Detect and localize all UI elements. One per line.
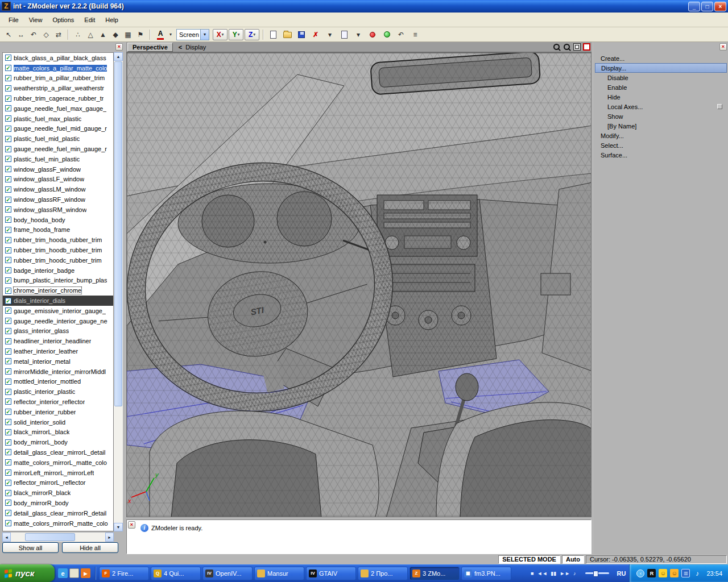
material-list-item[interactable]: ✓ rubber_trim_hoodb_rubber_trim — [3, 245, 113, 255]
volume-slider[interactable] — [585, 572, 609, 574]
material-list-item[interactable]: ✓ bump_plastic_interior_bump_plas — [3, 276, 113, 286]
taskbar-task[interactable]: ▦ fm3.PN... — [461, 567, 511, 580]
material-list-item[interactable]: ✓ gauge_needle_interior_gauge_ne — [3, 316, 113, 326]
smiley-tray-icon[interactable]: ☺ — [659, 569, 667, 577]
visibility-checkbox[interactable]: ✓ — [5, 307, 11, 314]
visibility-checkbox[interactable]: ✓ — [5, 318, 11, 324]
command-menu-item[interactable]: Local Axes... — [595, 102, 727, 111]
material-list-item[interactable]: ✓ body_hooda_body — [3, 215, 113, 225]
visibility-checkbox[interactable]: ✓ — [5, 439, 11, 446]
material-list-item[interactable]: ✓ window_glassF_window — [3, 164, 113, 174]
delete-icon[interactable]: ✗ — [309, 29, 322, 40]
horizontal-scrollbar[interactable]: ◄ ► — [2, 533, 114, 542]
pause-button[interactable]: ▮▮ — [551, 571, 556, 576]
material-list-item[interactable]: ✓ plastic_fuel_mid_plastic — [3, 134, 113, 144]
scrollbar-thumb[interactable] — [114, 61, 122, 406]
visibility-checkbox[interactable]: ✓ — [5, 469, 11, 476]
visibility-checkbox[interactable]: ✓ — [5, 277, 11, 284]
scrollbar-thumb[interactable] — [25, 533, 75, 541]
visibility-checkbox[interactable]: ✓ — [5, 237, 11, 243]
qip-tray-icon[interactable]: ☺ — [670, 569, 679, 577]
minimize-button[interactable]: _ — [688, 2, 700, 11]
visibility-checkbox[interactable]: ✓ — [5, 338, 11, 344]
material-list-item[interactable]: ✓ reflector_mirrorL_reflector — [3, 477, 113, 488]
local-axes-box[interactable] — [717, 104, 722, 109]
visibility-checkbox[interactable]: ✓ — [5, 500, 11, 506]
taskbar-task[interactable]: 2 Про... — [358, 567, 408, 580]
material-list-item[interactable]: ✓ matte_colors_mirrorL_matte_colo — [3, 458, 113, 468]
volume-button[interactable]: ♪ — [573, 571, 576, 576]
command-menu-item[interactable]: Disable — [595, 73, 727, 82]
visibility-checkbox[interactable]: ✓ — [5, 449, 11, 455]
scroll-right-icon[interactable]: ► — [105, 533, 114, 542]
material-list-item[interactable]: ✓ rubber_interior_rubber — [3, 407, 113, 417]
back-button[interactable]: < — [179, 44, 182, 51]
visibility-checkbox[interactable]: ✓ — [5, 379, 11, 385]
command-menu-item[interactable]: Display... — [595, 63, 727, 73]
zoom-region-icon[interactable] — [563, 43, 571, 51]
material-list-item[interactable]: ✓ gauge_needle_fuel_mid_gauge_r — [3, 124, 113, 134]
command-menu-item[interactable]: Show — [595, 111, 727, 121]
viewport-config-icon[interactable] — [583, 43, 590, 51]
internet-explorer-icon[interactable]: e — [58, 568, 68, 578]
chevron-down-icon[interactable]: ▾ — [200, 30, 209, 40]
export-dropdown-icon[interactable]: ▾ — [352, 29, 365, 40]
taskbar-task[interactable]: Z 3 ZMo... — [410, 567, 460, 580]
language-indicator[interactable]: RU — [614, 564, 630, 582]
objects-level-icon[interactable]: ◆ — [109, 29, 122, 40]
uv-level-icon[interactable]: ▦ — [122, 29, 134, 40]
command-menu-item[interactable]: Create... — [595, 53, 727, 63]
visibility-checkbox[interactable]: ✓ — [5, 227, 11, 233]
new-file-icon[interactable] — [267, 29, 279, 40]
visibility-checkbox[interactable]: ✓ — [5, 206, 11, 213]
axis-toggle-button[interactable]: Z▾ — [245, 29, 259, 40]
material-list-item[interactable]: ✓ glass_interior_glass — [3, 326, 113, 336]
material-list-item[interactable]: ✓ gauge_needle_fuel_min_gauge_r — [3, 144, 113, 154]
visibility-checkbox[interactable]: ✓ — [5, 75, 11, 81]
faces-level-icon[interactable]: ▲ — [97, 29, 109, 40]
visibility-checkbox[interactable]: ✓ — [5, 368, 11, 375]
material-list-item[interactable]: ✓ black_mirrorL_black — [3, 427, 113, 437]
visibility-checkbox[interactable]: ✓ — [5, 126, 11, 132]
command-menu-item[interactable]: Select... — [595, 140, 727, 150]
visibility-checkbox[interactable]: ✓ — [5, 95, 11, 102]
command-menu-item[interactable]: Surface... — [595, 150, 727, 160]
hide-icons-chevron[interactable]: ‹ — [636, 569, 644, 577]
visibility-checkbox[interactable]: ✓ — [5, 55, 11, 61]
material-list-item[interactable]: ✓ window_glassRF_window — [3, 194, 113, 205]
visibility-checkbox[interactable]: ✓ — [5, 247, 11, 253]
visibility-checkbox[interactable]: ✓ — [5, 85, 11, 92]
command-menu-item[interactable]: Modify... — [595, 131, 727, 140]
command-menu-item[interactable]: Hide — [595, 92, 727, 102]
move-mode-icon[interactable]: ↔ — [15, 29, 27, 40]
material-list-item[interactable]: ✓ rubber_trim_hoodc_rubber_trim — [3, 255, 113, 265]
material-list-item[interactable]: ✓ rubber_trim_cagerace_rubber_tr — [3, 93, 113, 103]
material-list-item[interactable]: ✓ body_mirrorR_body — [3, 498, 113, 508]
auto-toggle[interactable]: Auto — [562, 555, 584, 564]
export-file-icon[interactable] — [338, 29, 350, 40]
save-file-icon[interactable] — [295, 29, 308, 40]
visibility-checkbox[interactable]: ✓ — [5, 166, 11, 172]
material-list-item[interactable]: ✓ plastic_interior_plastic — [3, 386, 113, 397]
close-button[interactable]: × — [714, 2, 726, 11]
material-list-item[interactable]: ✓ window_glassLM_window — [3, 184, 113, 194]
visibility-checkbox[interactable]: ✓ — [5, 136, 11, 142]
maximize-viewport-icon[interactable] — [573, 43, 581, 51]
axis-toggle-button[interactable]: X▾ — [213, 29, 228, 40]
material-list-item[interactable]: ✓ reflector_interior_reflector — [3, 397, 113, 407]
material-list-item[interactable]: ✓ gauge_emissive_interior_gauge_ — [3, 306, 113, 316]
media-player-icon[interactable]: ► — [81, 568, 90, 578]
rotate-mode-icon[interactable]: ↶ — [27, 29, 40, 40]
visibility-checkbox[interactable]: ✓ — [5, 156, 11, 162]
taskbar-task[interactable]: Q 4 Qui... — [151, 567, 201, 580]
menu-item[interactable]: Edit — [79, 15, 100, 25]
material-list-item[interactable]: ✓ headliner_interior_headliner — [3, 336, 113, 346]
visibility-checkbox[interactable]: ✓ — [5, 115, 11, 122]
visibility-checkbox[interactable]: ✓ — [5, 65, 11, 71]
visibility-checkbox[interactable]: ✓ — [5, 217, 11, 223]
taskbar-task[interactable]: Mansur — [254, 567, 304, 580]
material-list-item[interactable]: ✓ frame_hooda_frame — [3, 225, 113, 235]
edges-level-icon[interactable]: △ — [84, 29, 97, 40]
panel-close-icon[interactable]: × — [719, 43, 727, 51]
hide-all-button[interactable]: Hide all — [62, 542, 118, 553]
